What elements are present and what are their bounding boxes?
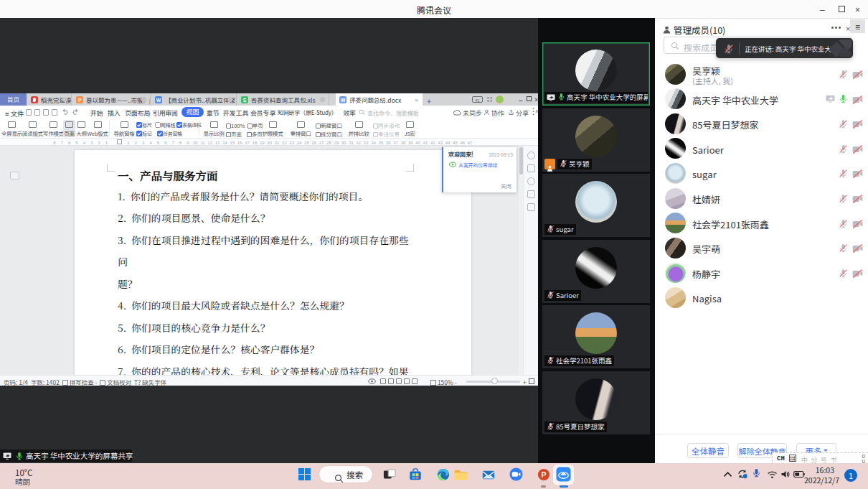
svg-text:P: P bbox=[542, 471, 547, 479]
